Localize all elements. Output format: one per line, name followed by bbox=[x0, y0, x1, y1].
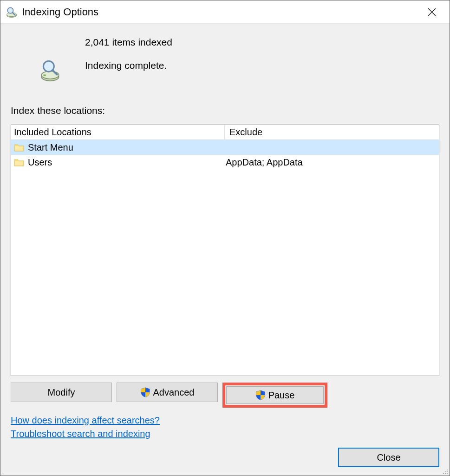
list-header: Included Locations Exclude bbox=[11, 125, 439, 140]
help-links: How does indexing affect searches? Troub… bbox=[11, 415, 439, 439]
column-header-included[interactable]: Included Locations bbox=[11, 125, 225, 139]
modify-button[interactable]: Modify bbox=[11, 383, 112, 402]
troubleshoot-link[interactable]: Troubleshoot search and indexing bbox=[11, 429, 150, 439]
dialog-footer: Close bbox=[11, 448, 439, 467]
close-button[interactable]: Close bbox=[338, 448, 439, 467]
svg-rect-8 bbox=[43, 74, 46, 76]
indexing-status: 2,041 items indexed Indexing complete. bbox=[15, 33, 439, 82]
locations-listbox[interactable]: Included Locations Exclude Start Menu bbox=[11, 125, 439, 376]
app-icon bbox=[5, 6, 18, 19]
advanced-button[interactable]: Advanced bbox=[117, 383, 218, 402]
shield-icon bbox=[255, 390, 266, 400]
advanced-label: Advanced bbox=[153, 387, 195, 398]
titlebar: Indexing Options bbox=[0, 0, 450, 24]
drive-search-icon bbox=[39, 59, 62, 82]
modify-label: Modify bbox=[48, 387, 75, 398]
svg-point-15 bbox=[445, 473, 446, 474]
row-exclude: AppData; AppData bbox=[225, 157, 439, 168]
svg-point-12 bbox=[445, 471, 446, 472]
svg-point-11 bbox=[447, 469, 448, 470]
pause-highlight: Pause bbox=[222, 383, 327, 408]
list-row[interactable]: Users AppData; AppData bbox=[11, 155, 439, 170]
window-close-button[interactable] bbox=[418, 2, 446, 22]
row-name: Start Menu bbox=[28, 142, 73, 153]
index-locations-label: Index these locations: bbox=[11, 105, 439, 116]
folder-icon bbox=[14, 158, 24, 167]
pause-button[interactable]: Pause bbox=[226, 386, 324, 404]
folder-icon bbox=[14, 143, 24, 152]
help-link[interactable]: How does indexing affect searches? bbox=[11, 415, 160, 426]
column-header-exclude[interactable]: Exclude bbox=[225, 125, 439, 139]
svg-point-13 bbox=[447, 471, 448, 472]
list-row[interactable]: Start Menu bbox=[11, 140, 439, 155]
row-name: Users bbox=[28, 157, 52, 168]
pause-label: Pause bbox=[268, 390, 295, 401]
items-indexed-text: 2,041 items indexed bbox=[85, 37, 172, 48]
svg-point-16 bbox=[447, 473, 448, 474]
shield-icon bbox=[140, 387, 150, 397]
list-body: Start Menu Users AppData; AppData bbox=[11, 140, 439, 376]
indexing-options-dialog: Indexing Options bbox=[0, 0, 450, 476]
svg-point-14 bbox=[443, 473, 444, 474]
window-title: Indexing Options bbox=[22, 6, 418, 18]
action-buttons: Modify Advanced Pause bbox=[11, 383, 439, 408]
close-icon bbox=[428, 8, 436, 16]
resize-grip[interactable] bbox=[441, 467, 448, 474]
indexing-state-text: Indexing complete. bbox=[85, 60, 172, 71]
dialog-content: 2,041 items indexed Indexing complete. I… bbox=[0, 24, 450, 476]
